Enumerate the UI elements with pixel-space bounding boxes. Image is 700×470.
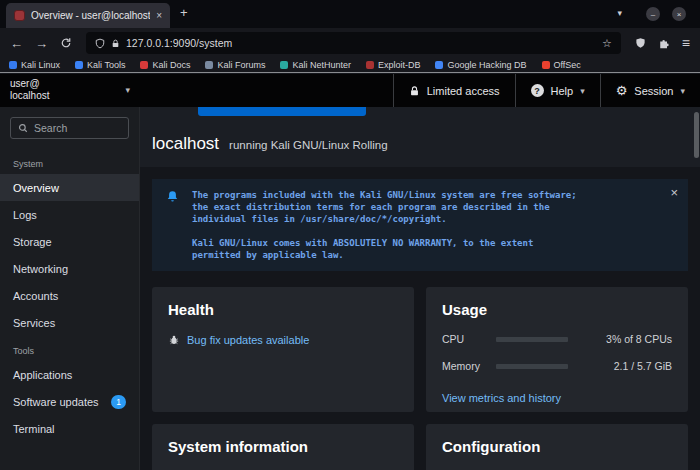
bookmark-label: Google Hacking DB <box>447 60 526 70</box>
help-menu[interactable]: ? Help ▾ <box>515 74 600 107</box>
cockpit-masthead: user@ localhost ▾ Limited access ? Help … <box>0 74 700 107</box>
hamburger-menu-icon[interactable]: ≡ <box>682 35 690 51</box>
updates-count-badge: 1 <box>111 395 126 409</box>
tab-close-icon[interactable]: × <box>156 10 162 21</box>
page-header: Turn on administrative access localhost … <box>140 107 700 167</box>
page-title: localhost <box>152 134 219 154</box>
bookmark-exploit-db[interactable]: Exploit-DB <box>366 60 421 70</box>
admin-access-button[interactable]: Turn on administrative access <box>198 107 366 116</box>
bookmark-kali-tools[interactable]: Kali Tools <box>75 60 125 70</box>
browser-nav-bar: ← → 127.0.0.1:9090/system ☆ ≡ <box>0 28 700 58</box>
bug-fix-updates-link[interactable]: Bug fix updates available <box>187 334 309 346</box>
health-card: Health Bug fix updates available <box>152 287 414 412</box>
bookmark-label: OffSec <box>554 60 581 70</box>
bookmark-label: Kali Forums <box>217 60 265 70</box>
extensions-puzzle-icon[interactable] <box>658 37 670 49</box>
chevron-down-icon: ▾ <box>680 86 685 96</box>
system-information-title: System information <box>168 438 398 455</box>
page-content: The programs included with the Kali GNU/… <box>140 167 700 470</box>
sidebar-item-applications[interactable]: Applications <box>0 361 139 388</box>
host-name: localhost <box>10 90 130 102</box>
memory-label: Memory <box>442 360 496 372</box>
forward-icon[interactable]: → <box>35 37 48 50</box>
view-metrics-link[interactable]: View metrics and history <box>442 392 561 404</box>
window-close-button[interactable]: × <box>672 7 686 21</box>
sidebar-search[interactable] <box>10 117 129 139</box>
bookmark-label: Kali Docs <box>152 60 190 70</box>
host-heading: localhost running Kali GNU/Linux Rolling <box>152 134 388 154</box>
sidebar-section-system: System <box>0 149 139 174</box>
metrics-link-row: View metrics and history <box>442 392 672 404</box>
session-menu[interactable]: ⚙ Session ▾ <box>600 74 700 107</box>
scrollbar-thumb[interactable] <box>694 112 699 158</box>
screen: Overview - user@localhost × + ▾ – × ← → … <box>0 0 700 470</box>
bookmark-icon <box>75 61 83 69</box>
new-tab-button[interactable]: + <box>180 5 188 20</box>
bookmark-icon <box>435 61 443 69</box>
usage-card: Usage CPU 3% of 8 CPUs Memory 2.1 / 5.7 … <box>426 287 688 412</box>
memory-progress-bar <box>496 364 568 369</box>
window-minimize-button[interactable]: – <box>646 7 660 21</box>
back-icon[interactable]: ← <box>10 37 23 50</box>
health-status-row: Bug fix updates available <box>168 334 398 346</box>
bookmark-label: Kali NetHunter <box>292 60 351 70</box>
bookmark-kali-nethunter[interactable]: Kali NetHunter <box>280 60 351 70</box>
help-icon: ? <box>531 84 544 97</box>
bookmark-kali-docs[interactable]: Kali Docs <box>140 60 190 70</box>
extensions-shield-icon[interactable] <box>635 37 646 49</box>
url-text: 127.0.0.1:9090/system <box>126 37 596 49</box>
list-tabs-icon[interactable]: ▾ <box>617 8 622 18</box>
bookmark-icon <box>9 61 17 69</box>
browser-tab[interactable]: Overview - user@localhost × <box>6 3 170 28</box>
bookmark-icon <box>366 61 374 69</box>
sidebar-item-storage[interactable]: Storage <box>0 228 139 255</box>
bookmark-offsec[interactable]: OffSec <box>542 60 581 70</box>
masthead-actions: Limited access ? Help ▾ ⚙ Session ▾ <box>393 74 700 107</box>
bookmark-icon <box>205 61 213 69</box>
sidebar-item-services[interactable]: Services <box>0 309 139 336</box>
sidebar: System Overview Logs Storage Networking … <box>0 107 140 470</box>
close-icon[interactable]: × <box>670 185 678 200</box>
tab-favicon-icon <box>14 10 25 21</box>
cpu-usage-row: CPU 3% of 8 CPUs <box>442 333 672 345</box>
bookmark-label: Exploit-DB <box>378 60 421 70</box>
bookmark-icon <box>140 61 148 69</box>
session-label: Session <box>634 85 673 97</box>
bookmarks-bar: Kali Linux Kali Tools Kali Docs Kali For… <box>0 58 700 73</box>
browser-tab-bar: Overview - user@localhost × + ▾ – × <box>0 0 700 28</box>
sidebar-item-software-updates[interactable]: Software updates 1 <box>0 388 139 415</box>
sidebar-item-overview[interactable]: Overview <box>0 174 139 201</box>
system-information-card: System information <box>152 424 414 470</box>
sidebar-item-terminal[interactable]: Terminal <box>0 415 139 442</box>
tracking-shield-icon[interactable] <box>95 38 105 49</box>
lock-icon <box>409 85 420 97</box>
main-content: Turn on administrative access localhost … <box>140 107 700 470</box>
cpu-value: 3% of 8 CPUs <box>606 333 672 345</box>
bookmark-label: Kali Tools <box>87 60 125 70</box>
help-label: Help <box>551 85 574 97</box>
bookmark-kali-linux[interactable]: Kali Linux <box>9 60 60 70</box>
limited-access-button[interactable]: Limited access <box>393 74 515 107</box>
refresh-icon[interactable] <box>60 37 72 49</box>
search-input[interactable] <box>34 122 121 134</box>
cpu-label: CPU <box>442 333 496 345</box>
user-menu[interactable]: user@ localhost ▾ <box>0 74 140 107</box>
tab-title: Overview - user@localhost <box>31 10 150 21</box>
bell-icon <box>166 190 179 203</box>
connection-lock-icon[interactable] <box>111 38 120 49</box>
bookmark-icon <box>280 61 288 69</box>
bookmark-icon <box>542 61 550 69</box>
bookmark-star-icon[interactable]: ☆ <box>602 37 612 50</box>
usage-card-title: Usage <box>442 301 672 318</box>
sidebar-item-accounts[interactable]: Accounts <box>0 282 139 309</box>
motd-alert: The programs included with the Kali GNU/… <box>152 179 688 271</box>
cards-grid: Health Bug fix updates available Usage C… <box>152 287 688 470</box>
configuration-card: Configuration <box>426 424 688 470</box>
sidebar-item-networking[interactable]: Networking <box>0 255 139 282</box>
gear-icon: ⚙ <box>616 84 628 97</box>
bookmark-kali-forums[interactable]: Kali Forums <box>205 60 265 70</box>
url-bar[interactable]: 127.0.0.1:9090/system ☆ <box>86 32 621 54</box>
chevron-down-icon: ▾ <box>580 86 585 96</box>
sidebar-item-logs[interactable]: Logs <box>0 201 139 228</box>
bookmark-google-hacking-db[interactable]: Google Hacking DB <box>435 60 526 70</box>
